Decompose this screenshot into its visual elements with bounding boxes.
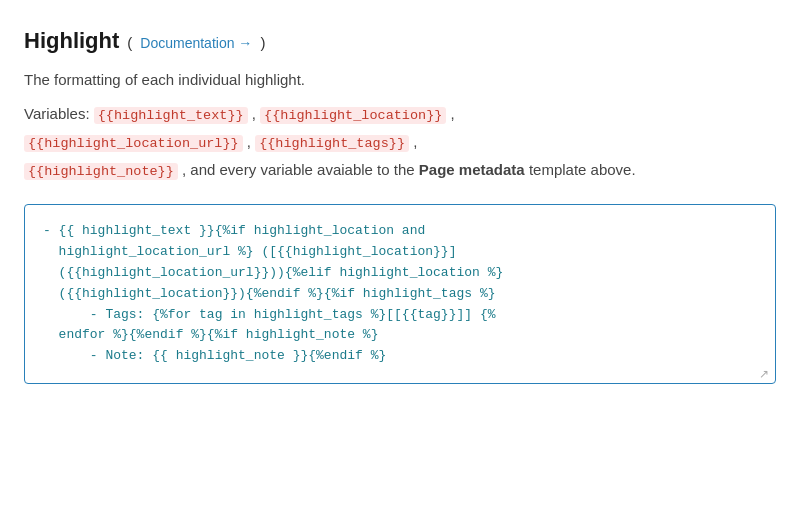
variables-label: Variables: bbox=[24, 105, 90, 122]
prose-end: template above. bbox=[529, 161, 636, 178]
prose-bold: Page metadata bbox=[419, 161, 525, 178]
paren-open: ( bbox=[127, 32, 132, 55]
page-title-section: Highlight ( Documentation → ) bbox=[24, 24, 776, 57]
description-text: The formatting of each individual highli… bbox=[24, 69, 776, 92]
page-title: Highlight bbox=[24, 24, 119, 57]
comma-3: , bbox=[247, 133, 255, 150]
resize-handle: ↗ bbox=[759, 368, 771, 380]
template-code-content[interactable]: - {{ highlight_text }}{%if highlight_loc… bbox=[43, 221, 757, 367]
comma-4: , bbox=[413, 133, 417, 150]
variables-section: Variables: {{highlight_text}} , {{highli… bbox=[24, 100, 776, 185]
var-highlight-tags: {{highlight_tags}} bbox=[255, 135, 409, 152]
var-highlight-note: {{highlight_note}} bbox=[24, 163, 178, 180]
var-highlight-location: {{highlight_location}} bbox=[260, 107, 446, 124]
comma-2: , bbox=[451, 105, 455, 122]
var-highlight-location-url: {{highlight_location_url}} bbox=[24, 135, 243, 152]
comma-1: , bbox=[252, 105, 260, 122]
prose-and: , and every variable avaiable to the bbox=[182, 161, 419, 178]
var-highlight-text: {{highlight_text}} bbox=[94, 107, 248, 124]
template-code-box: - {{ highlight_text }}{%if highlight_loc… bbox=[24, 204, 776, 384]
documentation-link[interactable]: Documentation → bbox=[140, 33, 252, 54]
paren-close: ) bbox=[260, 32, 265, 55]
